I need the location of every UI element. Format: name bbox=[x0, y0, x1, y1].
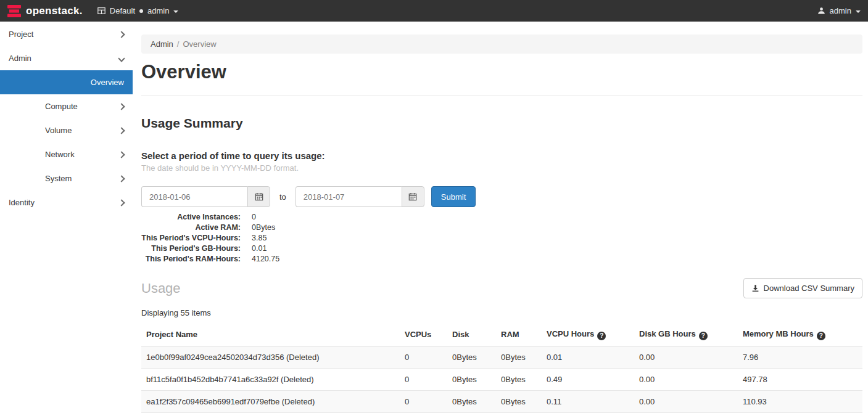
stat-value: 3.85 bbox=[252, 233, 267, 243]
cell-vcpu-hours: 0.01 bbox=[542, 346, 634, 368]
cell-ram: 0Bytes bbox=[496, 346, 542, 368]
cell-disk-gb-hours: 0.00 bbox=[634, 390, 738, 412]
sidebar-item-label: Project bbox=[9, 30, 33, 39]
stat-row-active-ram: Active RAM: 0Bytes bbox=[141, 223, 862, 233]
calendar-icon-button-to[interactable] bbox=[402, 186, 424, 207]
sidebar-item-overview[interactable]: Overview bbox=[0, 70, 133, 94]
usage-summary-stats: Active Instances: 0 Active RAM: 0Bytes T… bbox=[141, 212, 862, 264]
bullet-separator-icon bbox=[139, 9, 143, 13]
download-icon bbox=[751, 284, 759, 292]
usage-table-header: Usage Download CSV Summary bbox=[141, 278, 862, 298]
date-range-form: to Submit bbox=[141, 186, 862, 207]
chevron-right-icon bbox=[119, 30, 124, 39]
sidebar-item-system[interactable]: System bbox=[0, 166, 133, 190]
sidebar-item-label: Identity bbox=[9, 198, 35, 207]
sidebar-item-label: Volume bbox=[45, 126, 72, 135]
stat-label: Active RAM: bbox=[141, 223, 241, 233]
sidebar-item-compute[interactable]: Compute bbox=[0, 94, 133, 118]
date-to-input[interactable] bbox=[296, 186, 402, 207]
sidebar-item-identity[interactable]: Identity bbox=[0, 190, 133, 215]
breadcrumb-divider: / bbox=[177, 39, 180, 49]
stat-row-active-instances: Active Instances: 0 bbox=[141, 212, 862, 223]
title-divider bbox=[141, 96, 862, 96]
date-from-input[interactable] bbox=[141, 186, 247, 207]
table-header-row: Project Name VCPUs Disk RAM VCPU Hours? … bbox=[141, 324, 862, 346]
context-user-label: admin bbox=[147, 6, 169, 15]
sidebar-item-label: Network bbox=[45, 150, 75, 159]
stat-label: Active Instances: bbox=[141, 212, 241, 223]
stat-value: 0 bbox=[252, 212, 256, 223]
caret-down-icon bbox=[173, 10, 178, 13]
cell-disk: 0Bytes bbox=[447, 368, 496, 390]
date-from-group bbox=[141, 186, 270, 207]
user-menu-label: admin bbox=[830, 6, 851, 15]
help-icon[interactable]: ? bbox=[699, 332, 708, 340]
openstack-brand[interactable]: openstack. bbox=[7, 4, 83, 18]
chevron-right-icon bbox=[119, 102, 124, 111]
submit-button[interactable]: Submit bbox=[431, 186, 476, 207]
stat-value: 4120.75 bbox=[252, 254, 279, 264]
help-icon[interactable]: ? bbox=[597, 332, 606, 340]
sidebar-item-label: Compute bbox=[45, 102, 78, 111]
column-project-name: Project Name bbox=[141, 324, 400, 346]
brand-wordmark: openstack. bbox=[26, 5, 83, 17]
usage-summary-heading: Usage Summary bbox=[141, 116, 862, 131]
cell-vcpu-hours: 0.49 bbox=[542, 368, 634, 390]
openstack-logo-icon bbox=[7, 4, 21, 18]
domain-project-switcher[interactable]: Default admin bbox=[97, 6, 179, 15]
date-to-group bbox=[296, 186, 424, 207]
table-row: ea1f2f357c09465eb6991edf7079efbe (Delete… bbox=[141, 390, 862, 412]
cell-project-name: ea1f2f357c09465eb6991edf7079efbe (Delete… bbox=[141, 390, 400, 412]
sidebar-item-label: Admin bbox=[9, 54, 31, 63]
stat-label: This Period's GB-Hours: bbox=[141, 243, 241, 254]
cell-memory-mb-hours: 110.93 bbox=[738, 390, 862, 412]
sidebar-item-volume[interactable]: Volume bbox=[0, 118, 133, 142]
cell-vcpus: 0 bbox=[400, 390, 447, 412]
cell-disk-gb-hours: 0.00 bbox=[634, 346, 738, 368]
date-format-hint: The date should be in YYYY-MM-DD format. bbox=[141, 163, 862, 173]
usage-heading: Usage bbox=[141, 280, 181, 296]
domain-icon bbox=[97, 7, 105, 15]
column-vcpu-hours: VCPU Hours? bbox=[542, 324, 634, 346]
chevron-down-icon bbox=[119, 54, 124, 63]
sidebar-item-label: Overview bbox=[91, 78, 124, 87]
page-title: Overview bbox=[141, 61, 862, 83]
table-row: 1e0b0f99af0249cea24502034d73d356 (Delete… bbox=[141, 346, 862, 368]
stat-label: This Period's RAM-Hours: bbox=[141, 254, 241, 264]
main-content: Admin/Overview Overview Usage Summary Se… bbox=[133, 22, 868, 413]
cell-disk: 0Bytes bbox=[447, 390, 496, 412]
chevron-right-icon bbox=[119, 198, 124, 207]
sidebar-item-admin[interactable]: Admin bbox=[0, 46, 133, 70]
column-memory-mb-hours: Memory MB Hours? bbox=[738, 324, 862, 346]
download-csv-button[interactable]: Download CSV Summary bbox=[743, 278, 862, 298]
stat-label: This Period's VCPU-Hours: bbox=[141, 233, 241, 243]
breadcrumb-admin-link[interactable]: Admin bbox=[151, 39, 173, 49]
breadcrumb-current: Overview bbox=[183, 39, 216, 49]
caret-down-icon bbox=[856, 10, 861, 13]
calendar-icon-button-from[interactable] bbox=[247, 186, 270, 207]
period-prompt: Select a period of time to query its usa… bbox=[141, 150, 862, 161]
context-domain-label: Default bbox=[110, 6, 135, 15]
column-vcpus: VCPUs bbox=[400, 324, 447, 346]
download-csv-label: Download CSV Summary bbox=[764, 284, 854, 293]
cell-project-name: 1e0b0f99af0249cea24502034d73d356 (Delete… bbox=[141, 346, 400, 368]
breadcrumb: Admin/Overview bbox=[141, 35, 862, 54]
sidebar-item-network[interactable]: Network bbox=[0, 142, 133, 166]
chevron-right-icon bbox=[119, 126, 124, 135]
top-navbar: openstack. Default admin admin bbox=[0, 0, 868, 22]
column-disk: Disk bbox=[447, 324, 496, 346]
sidebar-item-project[interactable]: Project bbox=[0, 22, 133, 46]
chevron-right-icon bbox=[119, 150, 124, 159]
cell-memory-mb-hours: 7.96 bbox=[738, 346, 862, 368]
cell-ram: 0Bytes bbox=[496, 368, 542, 390]
stat-row-vcpu-hours: This Period's VCPU-Hours: 3.85 bbox=[141, 233, 862, 243]
user-menu[interactable]: admin bbox=[817, 6, 861, 15]
user-icon bbox=[817, 7, 825, 15]
stat-value: 0.01 bbox=[252, 243, 267, 254]
column-disk-gb-hours: Disk GB Hours? bbox=[634, 324, 738, 346]
help-icon[interactable]: ? bbox=[817, 332, 825, 340]
sidebar-item-label: System bbox=[45, 174, 72, 183]
cell-project-name: bf11c5fa0f1b452db4b7741a6c33a92f (Delete… bbox=[141, 368, 400, 390]
cell-disk-gb-hours: 0.00 bbox=[634, 368, 738, 390]
chevron-right-icon bbox=[119, 174, 124, 183]
